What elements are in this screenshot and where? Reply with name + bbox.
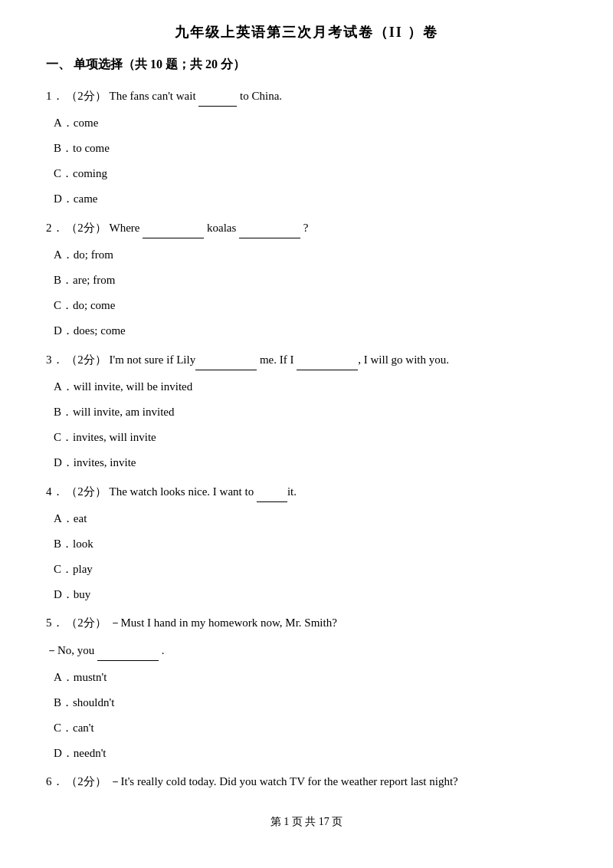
q5-text-pre2: －No, you	[46, 644, 97, 656]
q4-option-b: B．look	[46, 534, 567, 554]
q2-option-b-label: B．	[54, 274, 73, 286]
q2-option-c-text: do; come	[73, 299, 115, 311]
q4-option-a: A．eat	[46, 508, 567, 529]
q4-score: （2分）	[66, 485, 107, 498]
q3-text-mid: me. If I	[257, 353, 297, 366]
q2-text-where: Where	[110, 222, 140, 234]
question-1-text: 1． （2分） The fans can't wait to China.	[46, 85, 567, 107]
q2-option-a-text: do; from	[74, 248, 113, 261]
q3-text-post: , I will go with you.	[358, 353, 449, 366]
q5-option-a-text: mustn't	[74, 671, 107, 683]
q3-option-a-text: will invite, will be invited	[74, 380, 192, 393]
q3-option-d-label: D．	[54, 456, 74, 469]
q5-option-c-label: C．	[54, 722, 73, 734]
q1-option-c: C．coming	[46, 163, 567, 184]
q2-text-post: ?	[303, 222, 309, 234]
q2-option-a: A．do; from	[46, 245, 567, 265]
question-6-text: 6． （2分） －It's really cold today. Did you…	[46, 771, 567, 792]
q4-option-d-label: D．	[54, 588, 74, 600]
q3-option-c: C．invites, will invite	[46, 427, 567, 448]
q5-option-b-text: shouldn't	[73, 696, 114, 709]
q1-option-d: D．came	[46, 189, 567, 209]
question-5: 5． （2分） －Must I hand in my homework now,…	[46, 613, 567, 764]
q5-option-c: C．can't	[46, 718, 567, 738]
question-2-text: 2． （2分） Where koalas ?	[46, 217, 567, 238]
section1-title: 一、 单项选择（共 10 题；共 20 分）	[46, 57, 567, 73]
q5-option-a-label: A．	[54, 671, 74, 683]
question-4-text: 4． （2分） The watch looks nice. I want to …	[46, 481, 567, 502]
question-5-text2: －No, you .	[46, 639, 567, 661]
q2-option-c-label: C．	[54, 299, 73, 311]
q2-option-b: B．are; from	[46, 270, 567, 291]
q1-option-d-label: D．	[54, 192, 74, 205]
q4-text-pre: The watch looks nice. I want to	[110, 485, 257, 498]
q2-option-d-label: D．	[54, 324, 74, 337]
q1-option-a: A．come	[46, 113, 567, 133]
q3-score: （2分）	[66, 353, 107, 366]
q4-option-c-label: C．	[54, 563, 73, 575]
q5-option-d-label: D．	[54, 747, 74, 759]
q5-option-a: A．mustn't	[46, 667, 567, 688]
q1-option-b-text: to come	[73, 142, 110, 154]
q5-option-b-label: B．	[54, 696, 73, 709]
q1-option-a-label: A．	[54, 117, 74, 129]
q5-text-post: .	[159, 644, 165, 656]
q3-option-d-text: invites, invite	[74, 456, 136, 469]
q5-option-b: B．shouldn't	[46, 692, 567, 713]
q1-blank	[198, 85, 237, 107]
question-3-text: 3． （2分） I'm not sure if Lily me. If I , …	[46, 349, 567, 370]
q2-option-c: C．do; come	[46, 295, 567, 316]
q1-text-pre: The fans can't wait	[110, 90, 199, 102]
question-5-text: 5． （2分） －Must I hand in my homework now,…	[46, 613, 567, 633]
page-footer: 第 1 页 共 17 页	[46, 815, 567, 829]
q2-number: 2．	[46, 222, 64, 234]
q3-option-b-label: B．	[54, 406, 73, 418]
q5-score: （2分）	[66, 616, 107, 629]
q1-score: （2分）	[66, 90, 107, 102]
q5-option-d: D．needn't	[46, 743, 567, 764]
q3-blank1	[195, 349, 257, 370]
q6-text-pre: －It's really cold today. Did you watch T…	[110, 775, 458, 787]
q1-option-d-text: came	[74, 192, 98, 205]
q4-option-c: C．play	[46, 559, 567, 580]
q2-blank2	[239, 217, 300, 238]
q4-blank	[257, 481, 287, 502]
q2-blank1	[143, 217, 204, 238]
q4-option-b-label: B．	[54, 538, 73, 550]
question-1: 1． （2分） The fans can't wait to China. A．…	[46, 85, 567, 209]
q2-option-a-label: A．	[54, 248, 74, 261]
q5-option-c-text: can't	[73, 722, 94, 734]
q4-option-a-text: eat	[74, 512, 87, 524]
q2-text-koalas: koalas	[207, 222, 239, 234]
q2-option-d: D．does; come	[46, 321, 567, 341]
q4-option-c-text: play	[73, 563, 93, 575]
q4-option-b-text: look	[73, 538, 93, 550]
q3-blank2	[297, 349, 358, 370]
question-2: 2． （2分） Where koalas ? A．do; from B．are;…	[46, 217, 567, 341]
q3-option-a: A．will invite, will be invited	[46, 376, 567, 397]
q1-text-post: to China.	[237, 90, 282, 102]
q5-option-d-text: needn't	[74, 747, 107, 759]
q2-option-d-text: does; come	[74, 324, 126, 337]
q3-option-c-text: invites, will invite	[73, 431, 156, 443]
page-title: 九年级上英语第三次月考试卷（II ）卷	[46, 23, 567, 41]
q1-option-c-text: coming	[73, 167, 107, 179]
q3-option-d: D．invites, invite	[46, 452, 567, 473]
q1-option-b: B．to come	[46, 138, 567, 159]
question-4: 4． （2分） The watch looks nice. I want to …	[46, 481, 567, 605]
q4-number: 4．	[46, 485, 64, 498]
q5-text-pre: －Must I hand in my homework now, Mr. Smi…	[110, 616, 337, 629]
q4-option-a-label: A．	[54, 512, 74, 524]
q6-number: 6．	[46, 775, 64, 787]
q1-option-c-label: C．	[54, 167, 73, 179]
q3-option-b-text: will invite, am invited	[73, 406, 174, 418]
q4-option-d: D．buy	[46, 584, 567, 605]
q1-number: 1．	[46, 90, 64, 102]
q5-number: 5．	[46, 616, 64, 629]
q2-option-b-text: are; from	[73, 274, 115, 286]
q6-score: （2分）	[66, 775, 107, 787]
q3-option-a-label: A．	[54, 380, 74, 393]
q3-text-pre: I'm not sure if Lily	[110, 353, 196, 366]
q1-option-b-label: B．	[54, 142, 73, 154]
q2-score: （2分）	[66, 222, 107, 234]
